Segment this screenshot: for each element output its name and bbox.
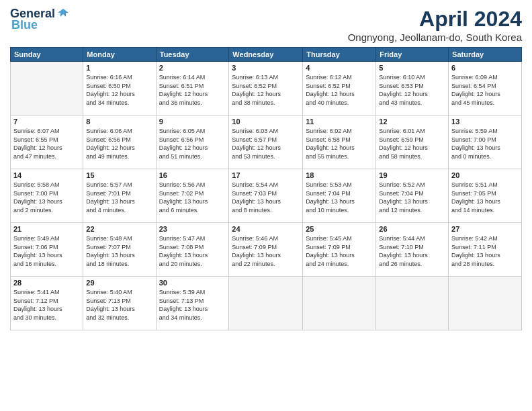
cell-day-number: 5 <box>379 64 445 72</box>
header: General Blue April 2024 Ongnyong, Jeolla… <box>10 7 522 43</box>
table-row: 14Sunrise: 5:58 AM Sunset: 7:00 PM Dayli… <box>11 169 83 223</box>
table-row: 4Sunrise: 6:12 AM Sunset: 6:52 PM Daylig… <box>303 62 376 116</box>
cell-info: Sunrise: 6:09 AM Sunset: 6:54 PM Dayligh… <box>451 73 519 107</box>
cell-info: Sunrise: 5:56 AM Sunset: 7:02 PM Dayligh… <box>159 181 226 214</box>
table-row: 8Sunrise: 6:06 AM Sunset: 6:56 PM Daylig… <box>83 116 156 169</box>
cell-day-number: 26 <box>379 225 445 233</box>
cell-info: Sunrise: 5:41 AM Sunset: 7:12 PM Dayligh… <box>13 288 80 322</box>
table-row: 25Sunrise: 5:45 AM Sunset: 7:09 PM Dayli… <box>303 223 376 277</box>
cell-day-number: 28 <box>13 279 80 287</box>
table-row: 3Sunrise: 6:13 AM Sunset: 6:52 PM Daylig… <box>229 62 303 116</box>
cell-info: Sunrise: 6:14 AM Sunset: 6:51 PM Dayligh… <box>159 73 226 107</box>
cell-info: Sunrise: 6:07 AM Sunset: 6:55 PM Dayligh… <box>13 127 80 161</box>
table-row: 22Sunrise: 5:48 AM Sunset: 7:07 PM Dayli… <box>83 223 156 277</box>
calendar-row: 28Sunrise: 5:41 AM Sunset: 7:12 PM Dayli… <box>11 277 522 330</box>
cell-info: Sunrise: 5:51 AM Sunset: 7:05 PM Dayligh… <box>451 181 519 214</box>
table-row: 19Sunrise: 5:52 AM Sunset: 7:04 PM Dayli… <box>376 169 449 223</box>
cell-day-number: 21 <box>13 225 80 233</box>
cell-info: Sunrise: 6:02 AM Sunset: 6:58 PM Dayligh… <box>306 127 373 161</box>
table-row: 24Sunrise: 5:46 AM Sunset: 7:09 PM Dayli… <box>229 223 303 277</box>
col-wednesday: Wednesday <box>229 48 303 62</box>
table-row <box>303 277 376 330</box>
col-saturday: Saturday <box>449 48 522 62</box>
table-row: 27Sunrise: 5:42 AM Sunset: 7:11 PM Dayli… <box>449 223 522 277</box>
table-row: 5Sunrise: 6:10 AM Sunset: 6:53 PM Daylig… <box>376 62 449 116</box>
table-row: 11Sunrise: 6:02 AM Sunset: 6:58 PM Dayli… <box>303 116 376 169</box>
cell-info: Sunrise: 5:53 AM Sunset: 7:04 PM Dayligh… <box>306 181 373 214</box>
calendar-row: 7Sunrise: 6:07 AM Sunset: 6:55 PM Daylig… <box>11 116 522 169</box>
table-row: 23Sunrise: 5:47 AM Sunset: 7:08 PM Dayli… <box>156 223 229 277</box>
logo-blue-text: Blue <box>11 18 38 32</box>
svg-marker-0 <box>58 9 69 17</box>
cell-info: Sunrise: 6:13 AM Sunset: 6:52 PM Dayligh… <box>232 73 300 107</box>
cell-info: Sunrise: 5:44 AM Sunset: 7:10 PM Dayligh… <box>379 234 445 268</box>
table-row: 2Sunrise: 6:14 AM Sunset: 6:51 PM Daylig… <box>156 62 229 116</box>
cell-day-number: 3 <box>232 64 300 72</box>
cell-day-number: 19 <box>379 171 445 179</box>
cell-day-number: 14 <box>13 171 80 179</box>
table-row: 13Sunrise: 5:59 AM Sunset: 7:00 PM Dayli… <box>449 116 522 169</box>
table-row: 28Sunrise: 5:41 AM Sunset: 7:12 PM Dayli… <box>11 277 83 330</box>
table-row: 17Sunrise: 5:54 AM Sunset: 7:03 PM Dayli… <box>229 169 303 223</box>
calendar-header-row: Sunday Monday Tuesday Wednesday Thursday… <box>11 48 522 62</box>
table-row: 21Sunrise: 5:49 AM Sunset: 7:06 PM Dayli… <box>11 223 83 277</box>
col-thursday: Thursday <box>303 48 376 62</box>
col-tuesday: Tuesday <box>156 48 229 62</box>
cell-day-number: 20 <box>451 171 519 179</box>
cell-info: Sunrise: 5:46 AM Sunset: 7:09 PM Dayligh… <box>232 234 300 268</box>
cell-day-number: 23 <box>159 225 226 233</box>
table-row: 26Sunrise: 5:44 AM Sunset: 7:10 PM Dayli… <box>376 223 449 277</box>
cell-info: Sunrise: 5:58 AM Sunset: 7:00 PM Dayligh… <box>13 181 80 214</box>
cell-day-number: 29 <box>86 279 152 287</box>
calendar-row: 1Sunrise: 6:16 AM Sunset: 6:50 PM Daylig… <box>11 62 522 116</box>
table-row: 7Sunrise: 6:07 AM Sunset: 6:55 PM Daylig… <box>11 116 83 169</box>
cell-day-number: 18 <box>306 171 373 179</box>
title-block: April 2024 Ongnyong, Jeollanam-do, South… <box>348 7 522 43</box>
cell-day-number: 12 <box>379 118 445 126</box>
logo: General Blue <box>10 7 70 32</box>
cell-info: Sunrise: 6:01 AM Sunset: 6:59 PM Dayligh… <box>379 127 445 161</box>
table-row: 16Sunrise: 5:56 AM Sunset: 7:02 PM Dayli… <box>156 169 229 223</box>
cell-info: Sunrise: 5:54 AM Sunset: 7:03 PM Dayligh… <box>232 181 300 214</box>
cell-info: Sunrise: 6:12 AM Sunset: 6:52 PM Dayligh… <box>306 73 373 107</box>
cell-info: Sunrise: 6:03 AM Sunset: 6:57 PM Dayligh… <box>232 127 300 161</box>
cell-info: Sunrise: 5:39 AM Sunset: 7:13 PM Dayligh… <box>159 288 226 322</box>
cell-info: Sunrise: 5:42 AM Sunset: 7:11 PM Dayligh… <box>451 234 519 268</box>
cell-info: Sunrise: 5:59 AM Sunset: 7:00 PM Dayligh… <box>451 127 519 161</box>
cell-info: Sunrise: 6:10 AM Sunset: 6:53 PM Dayligh… <box>379 73 445 107</box>
table-row: 18Sunrise: 5:53 AM Sunset: 7:04 PM Dayli… <box>303 169 376 223</box>
cell-day-number: 8 <box>86 118 152 126</box>
cell-day-number: 2 <box>159 64 226 72</box>
cell-day-number: 27 <box>451 225 519 233</box>
table-row: 15Sunrise: 5:57 AM Sunset: 7:01 PM Dayli… <box>83 169 156 223</box>
cell-info: Sunrise: 5:45 AM Sunset: 7:09 PM Dayligh… <box>306 234 373 268</box>
cell-day-number: 9 <box>159 118 226 126</box>
logo-bird-icon <box>56 7 70 21</box>
cell-day-number: 25 <box>306 225 373 233</box>
col-sunday: Sunday <box>11 48 83 62</box>
table-row: 20Sunrise: 5:51 AM Sunset: 7:05 PM Dayli… <box>449 169 522 223</box>
main-title: April 2024 <box>348 7 522 32</box>
cell-info: Sunrise: 6:16 AM Sunset: 6:50 PM Dayligh… <box>86 73 152 107</box>
table-row: 30Sunrise: 5:39 AM Sunset: 7:13 PM Dayli… <box>156 277 229 330</box>
col-monday: Monday <box>83 48 156 62</box>
cell-info: Sunrise: 6:06 AM Sunset: 6:56 PM Dayligh… <box>86 127 152 161</box>
cell-info: Sunrise: 5:49 AM Sunset: 7:06 PM Dayligh… <box>13 234 80 268</box>
calendar-row: 14Sunrise: 5:58 AM Sunset: 7:00 PM Dayli… <box>11 169 522 223</box>
table-row <box>11 62 83 116</box>
cell-info: Sunrise: 5:57 AM Sunset: 7:01 PM Dayligh… <box>86 181 152 214</box>
col-friday: Friday <box>376 48 449 62</box>
calendar-row: 21Sunrise: 5:49 AM Sunset: 7:06 PM Dayli… <box>11 223 522 277</box>
cell-day-number: 16 <box>159 171 226 179</box>
table-row <box>449 277 522 330</box>
cell-info: Sunrise: 5:52 AM Sunset: 7:04 PM Dayligh… <box>379 181 445 214</box>
cell-day-number: 10 <box>232 118 300 126</box>
cell-info: Sunrise: 5:47 AM Sunset: 7:08 PM Dayligh… <box>159 234 226 268</box>
cell-day-number: 1 <box>86 64 152 72</box>
table-row: 1Sunrise: 6:16 AM Sunset: 6:50 PM Daylig… <box>83 62 156 116</box>
cell-day-number: 30 <box>159 279 226 287</box>
table-row: 10Sunrise: 6:03 AM Sunset: 6:57 PM Dayli… <box>229 116 303 169</box>
table-row: 9Sunrise: 6:05 AM Sunset: 6:56 PM Daylig… <box>156 116 229 169</box>
cell-day-number: 24 <box>232 225 300 233</box>
table-row <box>376 277 449 330</box>
